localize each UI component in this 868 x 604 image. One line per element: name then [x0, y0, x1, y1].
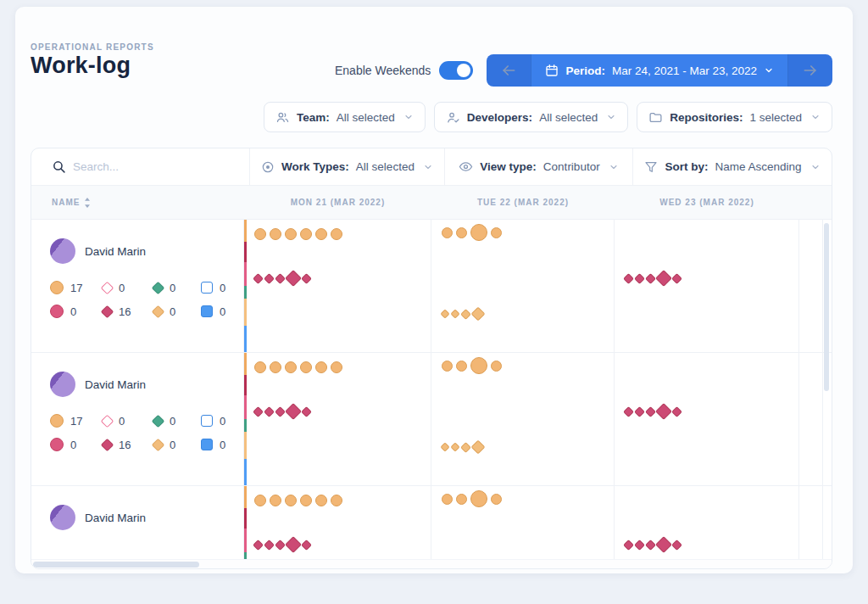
- day-cell-wed[interactable]: [615, 353, 799, 485]
- strip-segment: [244, 419, 247, 432]
- work-item-group: [442, 438, 483, 456]
- teal-diamond-marker: [152, 281, 165, 294]
- enable-weekends-toggle[interactable]: [439, 61, 473, 80]
- name-column-header[interactable]: NAME: [31, 198, 244, 208]
- horizontal-scrollbar-thumb[interactable]: [33, 562, 199, 568]
- day-cell-mon[interactable]: [244, 220, 431, 352]
- day-cell-mon[interactable]: [244, 353, 431, 485]
- legend-count: 0: [170, 415, 175, 428]
- teal-diamond-marker: [152, 414, 165, 428]
- enable-weekends: Enable Weekends: [335, 61, 473, 80]
- sort-by-value: Name Ascending: [715, 160, 801, 173]
- strip-segment: [244, 262, 247, 286]
- crimson-diamond-marker: [275, 406, 286, 417]
- table-rows: David Marin1700001600David Marin17000016…: [31, 220, 832, 559]
- legend-count: 0: [70, 305, 76, 318]
- orange-circle-marker: [285, 361, 297, 373]
- orange-circle-marker: [456, 227, 467, 238]
- orange-circle-marker: [331, 228, 342, 240]
- toggle-knob: [457, 64, 470, 77]
- row-gutter: [823, 486, 832, 559]
- avatar: [50, 372, 75, 397]
- crimson-diamond-marker: [634, 273, 645, 284]
- day-cell-tue[interactable]: [431, 220, 615, 352]
- team-dropdown[interactable]: Team: All selected: [264, 102, 426, 132]
- blue-square-marker: [201, 439, 213, 450]
- sort-by-dropdown[interactable]: Sort by: Name Ascending: [633, 148, 832, 185]
- orange-circle-marker: [491, 494, 502, 505]
- developers-label: Developers:: [467, 111, 532, 124]
- crimson-diamond-marker: [285, 270, 302, 287]
- legend-count: 16: [119, 305, 131, 318]
- blue-square-marker: [201, 415, 213, 427]
- repositories-dropdown[interactable]: Repositories: 1 selected: [637, 102, 832, 132]
- day-cell-wed[interactable]: [615, 486, 799, 559]
- view-type-dropdown[interactable]: View type: Contributor: [445, 148, 633, 185]
- crimson-diamond-marker: [275, 273, 286, 284]
- crimson-diamond-marker: [264, 273, 275, 284]
- developers-icon: [446, 110, 460, 125]
- user-name: David Marin: [85, 512, 146, 524]
- page-title: Work-log: [31, 53, 131, 79]
- strip-segment: [244, 326, 247, 352]
- period-next-button[interactable]: [788, 54, 832, 87]
- crimson-diamond-marker: [264, 406, 275, 417]
- crimson-diamond-marker: [275, 540, 286, 551]
- horizontal-scrollbar[interactable]: [31, 559, 832, 568]
- day-cell-mon[interactable]: [244, 486, 431, 559]
- search-icon: [52, 159, 66, 174]
- crimson-diamond-marker: [671, 406, 682, 417]
- legend-item: 0: [153, 281, 201, 294]
- repositories-icon: [648, 110, 663, 125]
- work-item-group: [254, 491, 342, 510]
- day-column-header-tue: TUE 22 (MAR 2022): [431, 198, 615, 207]
- header-controls: Enable Weekends Period: Mar 24, 2021 - M…: [335, 54, 832, 87]
- search-input[interactable]: [73, 160, 217, 173]
- crimson-diamond-marker: [101, 305, 114, 318]
- crimson-diamond-marker: [645, 273, 656, 284]
- team-value: All selected: [337, 111, 395, 124]
- calendar-icon: [545, 64, 559, 77]
- work-type-legend: 1700001600: [50, 281, 243, 318]
- repositories-label: Repositories:: [670, 111, 743, 124]
- sort-by-label: Sort by:: [665, 160, 708, 173]
- work-item-group: [254, 269, 310, 288]
- row-name-cell: David Marin1700001600: [31, 220, 244, 352]
- work-item-group: [254, 225, 342, 243]
- legend-item: 17: [50, 414, 103, 428]
- contributor: David Marin: [50, 238, 243, 264]
- amber-diamond-marker: [471, 307, 486, 322]
- day-cell-wed[interactable]: [615, 220, 799, 352]
- amber-diamond-marker: [460, 309, 471, 320]
- period-prev-button[interactable]: [487, 54, 531, 87]
- period-dropdown[interactable]: Period: Mar 24, 2021 - Mar 23, 2022: [531, 54, 788, 87]
- strip-segment: [244, 528, 247, 552]
- amber-diamond-marker: [440, 442, 449, 451]
- filters-row: Team: All selected Developers: All selec…: [264, 102, 832, 132]
- work-type-strip: [244, 220, 247, 352]
- strip-segment: [244, 432, 247, 460]
- orange-circle-marker: [50, 281, 64, 294]
- work-types-dropdown[interactable]: Work Types: All selected: [250, 148, 445, 185]
- work-item-group: [625, 402, 681, 421]
- strip-segment: [244, 486, 247, 508]
- legend-item: 0: [50, 305, 103, 318]
- worklog-table: Work Types: All selected View type: Cont…: [31, 148, 832, 569]
- orange-circle-marker: [491, 227, 502, 238]
- day-cell-tue[interactable]: [431, 353, 615, 485]
- crimson-diamond-marker: [264, 540, 275, 551]
- orange-circle-marker: [456, 494, 467, 505]
- day-cell-tue[interactable]: [431, 486, 615, 559]
- vertical-scrollbar[interactable]: [824, 223, 829, 391]
- chevron-down-icon: [810, 112, 821, 122]
- user-name: David Marin: [85, 378, 146, 391]
- crimson-diamond-marker: [253, 406, 264, 417]
- developers-dropdown[interactable]: Developers: All selected: [434, 102, 628, 132]
- team-icon: [275, 110, 290, 125]
- legend-count: 0: [220, 282, 225, 294]
- orange-circle-marker: [442, 494, 453, 505]
- amber-diamond-marker: [471, 440, 486, 455]
- orange-circle-marker: [442, 361, 453, 372]
- strip-segment: [244, 508, 247, 529]
- crimson-diamond-marker: [655, 403, 672, 420]
